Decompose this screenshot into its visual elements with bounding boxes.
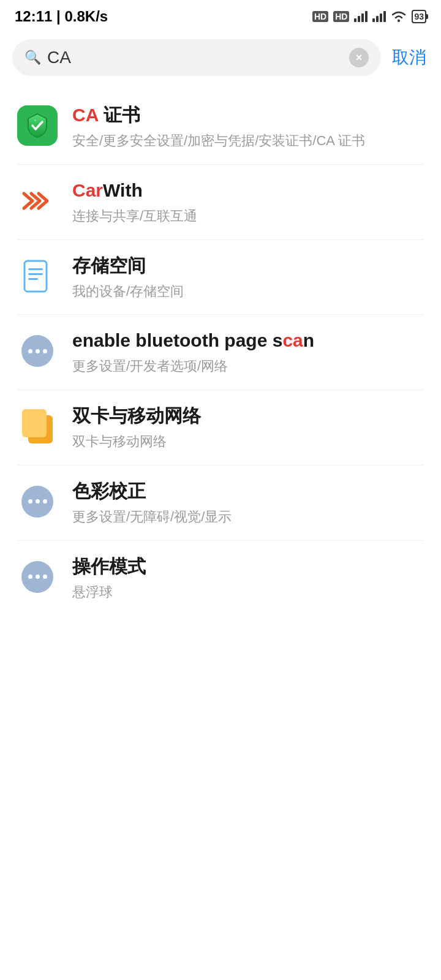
svg-rect-1: [358, 16, 360, 22]
status-bar: 12:11 | 0.8K/s HD HD 93: [0, 0, 441, 32]
status-time: 12:11 | 0.8K/s: [15, 8, 108, 25]
hd-badge-2: HD: [333, 11, 349, 22]
carwith-path: 连接与共享/互联互通: [72, 207, 424, 226]
storage-content: 存储空间 我的设备/存储空间: [72, 254, 424, 301]
bluetooth-scan-icon-wrapper: [17, 331, 58, 371]
storage-icon-wrapper: [17, 256, 58, 296]
list-item[interactable]: 存储空间 我的设备/存储空间: [0, 240, 441, 315]
search-results-list: CA 证书 安全/更多安全设置/加密与凭据/安装证书/CA 证书 CarWith…: [0, 83, 441, 622]
search-icon: 🔍: [24, 50, 41, 66]
operation-mode-title: 操作模式: [72, 554, 424, 578]
color-calibration-title: 色彩校正: [72, 479, 424, 503]
svg-rect-3: [365, 11, 368, 22]
dual-sim-path: 双卡与移动网络: [72, 432, 424, 451]
ca-certificate-content: CA 证书 安全/更多安全设置/加密与凭据/安装证书/CA 证书: [72, 103, 424, 151]
svg-rect-11: [28, 273, 43, 275]
storage-path: 我的设备/存储空间: [72, 282, 424, 301]
list-item[interactable]: CA 证书 安全/更多安全设置/加密与凭据/安装证书/CA 证书: [0, 89, 441, 164]
search-input[interactable]: [47, 48, 343, 67]
dots-icon: [21, 335, 53, 367]
carwith-icon-wrapper: [17, 181, 58, 221]
operation-mode-icon-wrapper: [17, 557, 58, 597]
signal-icon-2: [372, 11, 386, 22]
svg-point-8: [398, 20, 400, 22]
ca-certificate-icon: [17, 105, 58, 146]
bluetooth-scan-content: enable bluetooth page scan 更多设置/开发者选项/网络: [72, 328, 424, 376]
dual-sim-cards-icon: [22, 409, 53, 443]
dots-icon: [21, 561, 53, 593]
svg-rect-2: [361, 13, 364, 22]
svg-rect-12: [28, 278, 38, 280]
cancel-button[interactable]: 取消: [390, 46, 429, 69]
svg-rect-5: [376, 16, 379, 22]
list-item[interactable]: CarWith 连接与共享/互联互通: [0, 165, 441, 239]
dual-sim-title: 双卡与移动网络: [72, 404, 424, 428]
dual-sim-icon-wrapper: [17, 406, 58, 447]
search-bar[interactable]: 🔍 × 取消: [0, 32, 441, 83]
svg-rect-10: [28, 268, 43, 270]
list-item[interactable]: 操作模式 悬浮球: [0, 541, 441, 616]
storage-title: 存储空间: [72, 254, 424, 277]
signal-icon-1: [354, 11, 368, 22]
bluetooth-scan-title: enable bluetooth page scan: [72, 328, 424, 352]
bluetooth-scan-path: 更多设置/开发者选项/网络: [72, 357, 424, 376]
color-calibration-icon-wrapper: [17, 481, 58, 522]
svg-rect-0: [354, 18, 356, 22]
search-input-wrapper[interactable]: 🔍 ×: [12, 39, 381, 76]
list-item[interactable]: 双卡与移动网络 双卡与移动网络: [0, 390, 441, 465]
carwith-content: CarWith 连接与共享/互联互通: [72, 178, 424, 226]
clear-button[interactable]: ×: [349, 48, 369, 67]
ca-certificate-path: 安全/更多安全设置/加密与凭据/安装证书/CA 证书: [72, 132, 424, 151]
svg-rect-7: [383, 11, 386, 22]
operation-mode-content: 操作模式 悬浮球: [72, 554, 424, 602]
color-calibration-content: 色彩校正 更多设置/无障碍/视觉/显示: [72, 479, 424, 527]
ca-certificate-title: CA 证书: [72, 103, 424, 127]
status-right-icons: HD HD 93: [312, 10, 426, 23]
hd-badge-1: HD: [312, 11, 328, 22]
svg-rect-6: [380, 13, 382, 22]
svg-rect-4: [372, 18, 375, 22]
battery-indicator: 93: [412, 10, 426, 23]
carwith-title: CarWith: [72, 178, 424, 202]
wifi-icon: [391, 10, 407, 23]
list-item[interactable]: enable bluetooth page scan 更多设置/开发者选项/网络: [0, 315, 441, 390]
dots-icon: [21, 486, 53, 518]
dual-sim-content: 双卡与移动网络 双卡与移动网络: [72, 404, 424, 451]
battery-level: 93: [414, 12, 424, 21]
color-calibration-path: 更多设置/无障碍/视觉/显示: [72, 508, 424, 527]
operation-mode-path: 悬浮球: [72, 583, 424, 602]
svg-rect-9: [24, 261, 47, 292]
list-item[interactable]: 色彩校正 更多设置/无障碍/视觉/显示: [0, 466, 441, 540]
